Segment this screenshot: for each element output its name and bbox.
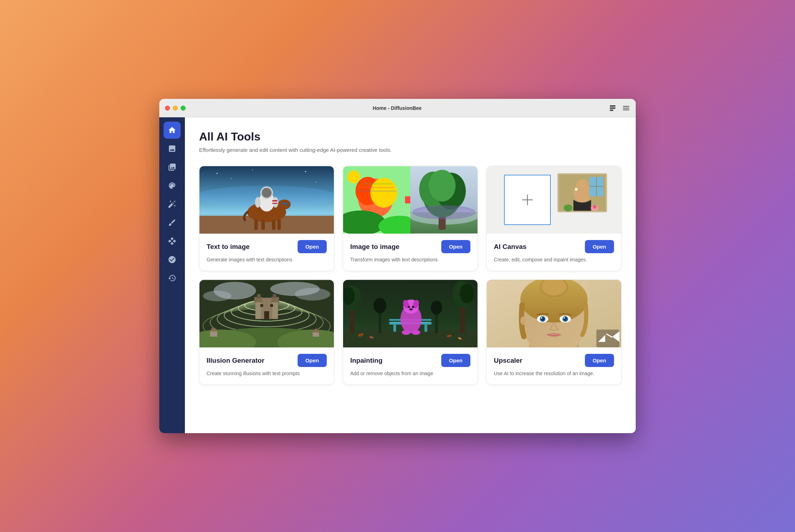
tools-grid: Text to image Open Generate images with … (199, 166, 621, 385)
tool-image-image-to-image (343, 166, 477, 234)
svg-point-90 (295, 288, 330, 300)
svg-point-127 (431, 300, 442, 315)
svg-point-60 (575, 188, 578, 191)
tool-desc-image-to-image: Transform images with text descriptions (350, 256, 470, 264)
svg-rect-21 (272, 200, 277, 202)
tool-card-header-text-to-image: Text to image Open (207, 240, 327, 253)
svg-point-123 (412, 330, 420, 335)
tool-image-text-to-image (199, 166, 334, 234)
svg-rect-83 (273, 294, 276, 298)
menu-icon[interactable] (622, 104, 630, 112)
tool-card-body-inpainting: Inpainting Open Add or remove objects fr… (343, 347, 477, 384)
svg-point-89 (203, 291, 231, 301)
svg-point-26 (305, 171, 306, 172)
svg-rect-79 (272, 301, 278, 319)
svg-point-109 (460, 283, 474, 303)
open-button-upscaler[interactable]: Open (585, 354, 614, 367)
svg-point-142 (564, 317, 565, 319)
svg-rect-112 (393, 325, 396, 332)
sidebar-item-palette[interactable] (164, 177, 181, 194)
svg-rect-82 (257, 294, 261, 298)
tool-card-body-text-to-image: Text to image Open Generate images with … (199, 234, 334, 271)
open-button-text-to-image[interactable]: Open (298, 240, 327, 253)
svg-point-138 (541, 317, 542, 319)
svg-point-121 (409, 308, 413, 310)
tool-image-ai-canvas (487, 166, 621, 234)
svg-point-33 (370, 178, 398, 208)
main-content: All AI Tools Effortlessly generate and e… (185, 117, 636, 433)
sidebar-item-history[interactable] (164, 270, 181, 287)
svg-rect-14 (277, 219, 281, 230)
traffic-lights (165, 106, 186, 111)
svg-point-25 (231, 178, 232, 179)
tool-title-ai-canvas: AI Canvas (494, 243, 527, 251)
tool-card-body-ai-canvas: AI Canvas Open Create, edit, compose and… (487, 234, 621, 271)
app-body: All AI Tools Effortlessly generate and e… (159, 117, 636, 433)
svg-point-144 (522, 322, 524, 324)
stack-icon[interactable] (609, 104, 617, 112)
tool-image-illusion (199, 280, 334, 347)
tool-card-image-to-image: Image to image Open Transform images wit… (343, 166, 478, 271)
tool-desc-text-to-image: Generate images with text descriptions (207, 256, 327, 264)
svg-point-18 (255, 197, 261, 208)
sidebar-item-move[interactable] (164, 233, 181, 250)
maximize-button[interactable] (181, 106, 186, 111)
svg-point-27 (316, 182, 316, 182)
sidebar-item-brush[interactable] (164, 214, 181, 231)
tool-card-header-illusion: Illusion Generator Open (207, 354, 327, 367)
svg-point-37 (347, 170, 360, 183)
tool-card-ai-canvas: AI Canvas Open Create, edit, compose and… (486, 166, 621, 271)
tool-desc-upscaler: Use AI to increase the resolution of an … (494, 370, 614, 377)
sidebar-item-magic[interactable] (164, 196, 181, 213)
svg-point-122 (402, 330, 410, 335)
tool-title-upscaler: Upscaler (494, 357, 522, 365)
svg-rect-94 (210, 331, 217, 337)
open-button-ai-canvas[interactable]: Open (585, 240, 614, 253)
svg-rect-23 (272, 203, 277, 204)
open-button-image-to-image[interactable]: Open (441, 240, 470, 253)
page-subtitle: Effortlessly generate and edit content w… (199, 147, 621, 153)
tool-title-text-to-image: Text to image (207, 243, 250, 251)
svg-rect-2 (610, 110, 613, 111)
tool-card-body-upscaler: Upscaler Open Use AI to increase the res… (487, 347, 621, 384)
tool-card-inpainting: Inpainting Open Add or remove objects fr… (343, 280, 478, 385)
open-button-illusion[interactable]: Open (298, 354, 327, 367)
svg-point-49 (429, 170, 456, 202)
sidebar-item-home[interactable] (164, 122, 181, 139)
svg-rect-84 (264, 311, 269, 319)
sidebar-item-image[interactable] (164, 140, 181, 157)
svg-rect-0 (610, 105, 615, 107)
tool-desc-inpainting: Add or remove objects from an image (350, 370, 470, 377)
svg-rect-11 (254, 219, 258, 230)
tool-card-body-image-to-image: Image to image Open Transform images wit… (343, 234, 477, 271)
svg-point-125 (374, 298, 386, 313)
svg-point-50 (412, 205, 476, 219)
tool-card-upscaler: Upscaler Open Use AI to increase the res… (486, 280, 621, 385)
svg-rect-78 (255, 301, 261, 319)
tool-card-header-upscaler: Upscaler Open (494, 354, 614, 367)
tool-title-image-to-image: Image to image (350, 243, 399, 251)
sidebar-item-gallery[interactable] (164, 159, 181, 176)
minimize-button[interactable] (173, 106, 178, 111)
svg-point-59 (576, 179, 589, 192)
svg-point-119 (408, 306, 410, 308)
tool-title-inpainting: Inpainting (350, 357, 383, 365)
svg-rect-22 (272, 202, 277, 203)
open-button-inpainting[interactable]: Open (441, 354, 470, 367)
tool-title-illusion: Illusion Generator (207, 357, 265, 365)
window-title: Home - DiffusionBee (186, 105, 609, 111)
sidebar-item-3d[interactable] (164, 251, 181, 268)
sidebar (159, 117, 185, 433)
svg-rect-86 (270, 304, 273, 307)
close-button[interactable] (165, 106, 170, 111)
svg-point-28 (252, 169, 253, 170)
tool-desc-ai-canvas: Create, edit, compose and inpaint images… (494, 256, 614, 264)
tool-image-upscaler (487, 280, 621, 347)
tool-card-header-ai-canvas: AI Canvas Open (494, 240, 614, 253)
tool-card-body-illusion: Illusion Generator Open Create stunning … (199, 347, 334, 384)
svg-rect-96 (313, 332, 319, 337)
tool-image-inpainting (343, 280, 477, 347)
tool-desc-illusion: Create stunning illusions with text prom… (207, 370, 327, 377)
tool-card-illusion: Illusion Generator Open Create stunning … (199, 280, 334, 385)
svg-rect-13 (272, 220, 276, 230)
